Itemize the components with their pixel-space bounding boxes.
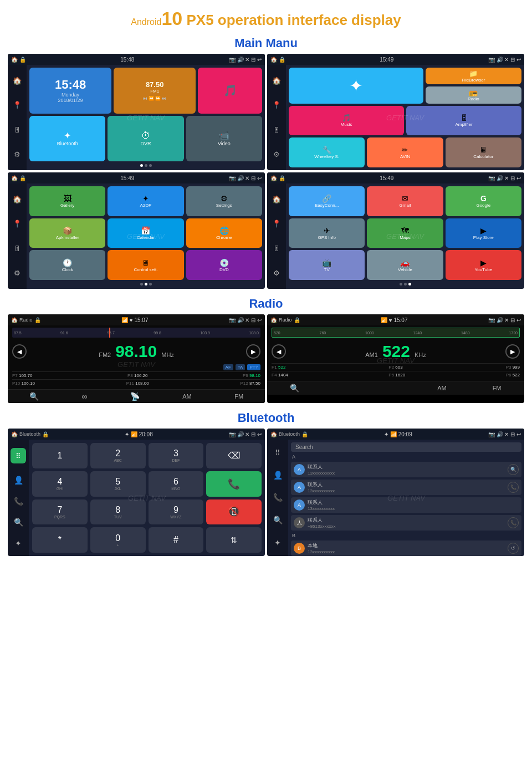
contact-row-5[interactable]: B 本地 13xxxxxxxxxx ↺ xyxy=(291,541,521,556)
am-btn-am[interactable]: AM xyxy=(437,385,447,391)
key-star[interactable]: * xyxy=(32,527,88,553)
calendar-tile[interactable]: 📅 Calendar xyxy=(108,218,183,248)
easyconn-tile[interactable]: 🔗 EasyConn... xyxy=(289,186,365,216)
settings-icon-4[interactable]: ⚙ xyxy=(273,269,280,277)
key-3[interactable]: 3 DEF xyxy=(149,443,204,468)
gmail-tile[interactable]: ✉ Gmail xyxy=(367,186,443,216)
refresh-action[interactable]: ↺ xyxy=(508,543,519,554)
bt-contacts-sidebar: ⠿ 👤 📞 🔍 ✦ xyxy=(267,440,288,556)
key-9[interactable]: 9 WXYZ xyxy=(149,499,204,525)
contacts-icon[interactable]: 👤 xyxy=(14,476,23,485)
key-dtmf[interactable]: ⇅ xyxy=(206,527,262,553)
equalizer-icon-4[interactable]: 🎚 xyxy=(273,244,280,253)
avin-tile[interactable]: ✏ AVIN xyxy=(367,137,443,167)
calculator-tile[interactable]: 🖩 Calculator xyxy=(446,137,521,167)
contact-row-2[interactable]: A 联系人 13xxxxxxxxxx 📞 xyxy=(291,480,521,495)
prev-btn-fm[interactable]: ◀ xyxy=(12,344,27,359)
dvd-tile[interactable]: 💿 DVD xyxy=(186,250,262,280)
scan-btn-fm[interactable]: ∞ xyxy=(81,392,87,401)
clock-app-tile[interactable]: 🕐 Clock xyxy=(29,250,105,280)
bluetooth-tile[interactable]: ✦ Bluetooth xyxy=(29,116,105,162)
location-icon-3[interactable]: 📍 xyxy=(13,220,22,228)
am-btn-fm[interactable]: AM xyxy=(182,393,192,400)
contacts-icon-c[interactable]: 👤 xyxy=(273,471,283,480)
fm-btn-am[interactable]: FM xyxy=(493,385,502,391)
playstore-tile[interactable]: ▶ Play Store xyxy=(446,218,521,248)
search-contacts-icon[interactable]: 🔍 xyxy=(273,516,283,524)
search-dial-icon[interactable]: 🔍 xyxy=(14,518,23,527)
location-icon[interactable]: 📍 xyxy=(13,101,22,109)
home-icon[interactable]: 🏠 xyxy=(13,77,22,85)
recent-calls-icon[interactable]: 📞 xyxy=(14,497,23,506)
key-backspace[interactable]: ⌫ xyxy=(206,443,262,468)
location-icon-4[interactable]: 📍 xyxy=(272,220,281,228)
gpsinfo-tile[interactable]: ✈ GPS Info xyxy=(289,218,365,248)
key-6[interactable]: 6 MNO xyxy=(149,471,204,497)
search-btn-fm[interactable]: 🔍 xyxy=(29,392,39,401)
amplifier-tile[interactable]: 🎛 Amplifier xyxy=(406,106,521,136)
equalizer-icon-3[interactable]: 🎚 xyxy=(14,244,21,253)
radio-app-tile[interactable]: 📻 Radio xyxy=(426,86,521,103)
radio-tile[interactable]: 87.50 FM1 ⏮ ⏪ ⏩ ⏭ xyxy=(114,68,196,114)
settings-icon-2[interactable]: ⚙ xyxy=(273,150,280,159)
clock-tile[interactable]: 15:48 Monday 2018/01/29 xyxy=(29,68,111,114)
location-icon-2[interactable]: 📍 xyxy=(272,101,281,109)
bt-large-tile[interactable]: ✦ xyxy=(289,68,423,104)
call-action-4[interactable]: 📞 xyxy=(508,517,519,528)
maps-tile[interactable]: 🗺 Maps xyxy=(367,218,443,248)
fm-btn-fm[interactable]: FM xyxy=(234,393,243,400)
vehicle-tile[interactable]: 🚗 Vehicle xyxy=(367,250,443,280)
dialpad-icon[interactable]: ⠿ xyxy=(11,448,26,463)
settings-icon[interactable]: ⚙ xyxy=(14,150,21,159)
dialpad-icon-c[interactable]: ⠿ xyxy=(275,448,280,457)
equalizer-icon[interactable]: 🎚 xyxy=(14,126,21,134)
home-icon-3[interactable]: 🏠 xyxy=(13,195,22,203)
key-call-green[interactable]: 📞 xyxy=(206,471,262,497)
google-tile[interactable]: G Google xyxy=(446,186,521,216)
a2dp-tile[interactable]: ✦ A2DP xyxy=(108,186,183,216)
gallery-tile[interactable]: 🖼 Gallery xyxy=(29,186,105,216)
prev-btn-am[interactable]: ◀ xyxy=(272,344,286,359)
tag-af[interactable]: AF xyxy=(223,364,233,370)
filebrowser-tile[interactable]: 📁 FileBrowser xyxy=(426,68,521,84)
video-tile[interactable]: 📹 Video xyxy=(186,116,262,162)
music-app-tile[interactable]: 🎵 Music xyxy=(289,106,404,136)
home-icon-2[interactable]: 🏠 xyxy=(272,77,281,85)
equalizer-icon-2[interactable]: 🎚 xyxy=(273,126,280,134)
next-btn-fm[interactable]: ▶ xyxy=(246,344,260,359)
tag-ta[interactable]: TA xyxy=(236,364,245,370)
contact-row-1[interactable]: A 联系人 13xxxxxxxxxx 🔍 xyxy=(291,462,521,477)
call-action-1[interactable]: 🔍 xyxy=(508,464,519,475)
key-hash[interactable]: # xyxy=(149,527,204,553)
key-2[interactable]: 2 ABC xyxy=(90,443,146,468)
settings-app-tile[interactable]: ⚙ Settings xyxy=(186,186,262,216)
control-tile[interactable]: 🖥 Control sett. xyxy=(108,250,183,280)
bt-settings-icon[interactable]: ✦ xyxy=(15,539,22,548)
call-action-2[interactable]: 📞 xyxy=(508,482,519,493)
key-1[interactable]: 1 xyxy=(32,443,88,468)
next-btn-am[interactable]: ▶ xyxy=(505,344,520,359)
tag-pty[interactable]: PTY xyxy=(247,364,260,370)
key-4[interactable]: 4 GHI xyxy=(32,471,88,497)
contact-row-4[interactable]: 人 联系人 +8613xxxxxxx 📞 xyxy=(291,515,521,531)
youtube-tile[interactable]: ▶ YouTube xyxy=(446,250,521,280)
tv-tile[interactable]: 📺 TV xyxy=(289,250,365,280)
key-0[interactable]: 0 + xyxy=(90,527,146,553)
key-5[interactable]: 5 JKL xyxy=(90,471,146,497)
key-8[interactable]: 8 TUV xyxy=(90,499,146,525)
dvr-tile[interactable]: ⏱ DVR xyxy=(108,116,183,162)
key-call-red[interactable]: 📵 xyxy=(206,499,262,525)
contacts-search-bar[interactable]: Search xyxy=(291,442,521,452)
apkinstaller-tile[interactable]: 📦 ApkInstaller xyxy=(29,218,105,248)
key-7[interactable]: 7 PQRS xyxy=(32,499,88,525)
contact-row-3[interactable]: A 联系人 13xxxxxxxxxx xyxy=(291,497,521,513)
antenna-btn-fm[interactable]: 📡 xyxy=(130,392,140,401)
wheelkey-tile[interactable]: 🔧 Wheelkey S. xyxy=(289,137,365,167)
chrome-tile[interactable]: 🌐 Chrome xyxy=(186,218,262,248)
music-tile[interactable]: 🎵 xyxy=(198,68,262,114)
recent-calls-icon-c[interactable]: 📞 xyxy=(273,493,283,502)
search-btn-am[interactable]: 🔍 xyxy=(290,384,299,392)
home-icon-4[interactable]: 🏠 xyxy=(272,195,281,203)
settings-icon-3[interactable]: ⚙ xyxy=(14,269,21,277)
bt-settings-icon-c[interactable]: ✦ xyxy=(274,538,281,547)
